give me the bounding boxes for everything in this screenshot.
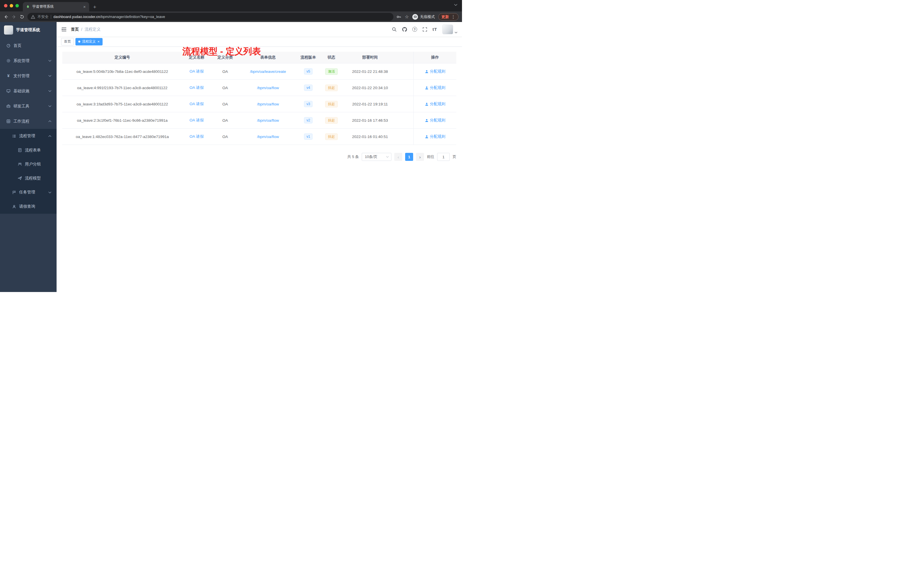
browser-toolbar: 不安全 dashboard.yudao.iocoder.cn/bpm/manag… [0, 12, 462, 22]
sidebar-item-process-model[interactable]: 流程模型 [0, 171, 56, 185]
sidebar-item-process-management[interactable]: 流程管理 [0, 129, 56, 143]
browser-update-chip[interactable]: 更新 ⋮ [438, 13, 459, 21]
next-page-button[interactable]: › [416, 153, 424, 161]
monitor-icon [6, 89, 11, 93]
sidebar-item-process-form[interactable]: 流程表单 [0, 143, 56, 157]
column-header: 部署时间 [343, 55, 397, 60]
form-info-link[interactable]: /bpm/oa/leave/create [250, 69, 286, 74]
bookmark-star-icon[interactable]: ☆ [405, 15, 409, 19]
form-info-link[interactable]: /bpm/oa/flow [257, 135, 279, 139]
help-icon[interactable]: ? [412, 27, 417, 32]
pagination-total: 共 5 条 [347, 154, 359, 159]
sidebar-item-home[interactable]: 首页 [0, 38, 56, 53]
list-icon [12, 134, 16, 138]
close-window-button[interactable] [4, 4, 7, 7]
sidebar: 芋道管理系统 首页 系统管理 ¥ 支付管理 [0, 22, 56, 292]
tag-label: 流程定义 [82, 39, 96, 44]
column-header: 操作 [413, 52, 456, 63]
browser-menu-icon[interactable]: ⋮ [451, 15, 455, 19]
sidebar-item-task-management[interactable]: 任务管理 [0, 185, 56, 200]
definition-category: OA [211, 102, 239, 106]
definition-name-link[interactable]: OA 请假 [190, 118, 204, 122]
tab-search-chevron-icon[interactable] [454, 4, 457, 6]
user-avatar-menu[interactable] [442, 25, 457, 34]
sidebar-item-dev-tools[interactable]: 研发工具 [0, 99, 56, 114]
url-text[interactable]: dashboard.yudao.iocoder.cn/bpm/manager/d… [53, 15, 165, 19]
goto-prefix: 前往 [427, 154, 434, 159]
definition-name-link[interactable]: OA 请假 [190, 69, 204, 73]
security-label[interactable]: 不安全 [38, 14, 49, 20]
definition-id: oa_leave:1:482ec033-762a-11ec-8477-a2380… [62, 135, 182, 139]
status-badge: 挂起 [325, 101, 338, 107]
sidebar-item-label: 任务管理 [19, 190, 35, 195]
definition-id: oa_leave:3:1fad3d93-7b75-11ec-a3c8-acde4… [62, 102, 182, 106]
tab-close-icon[interactable]: × [82, 5, 86, 9]
address-bar[interactable]: 不安全 dashboard.yudao.iocoder.cn/bpm/manag… [27, 13, 393, 21]
sidebar-item-user-group[interactable]: 用户分组 [0, 157, 56, 171]
assign-rule-link[interactable]: 分配规则 [425, 85, 446, 90]
forward-button[interactable] [12, 14, 16, 20]
column-header: 状态 [320, 55, 343, 60]
sidebar-item-label: 研发工具 [13, 104, 30, 109]
password-key-icon[interactable] [396, 14, 401, 20]
assign-rule-label: 分配规则 [430, 85, 446, 90]
sidebar-item-label: 支付管理 [13, 73, 30, 79]
site-favicon-icon [26, 5, 30, 9]
definition-name-link[interactable]: OA 请假 [190, 86, 204, 90]
window-controls [0, 4, 23, 7]
page-size-select[interactable]: 10条/页 [362, 153, 391, 161]
form-info-link[interactable]: /bpm/oa/flow [257, 102, 279, 106]
definition-name-link[interactable]: OA 请假 [190, 102, 204, 106]
new-tab-button[interactable]: + [93, 4, 96, 10]
font-size-icon[interactable]: tT [432, 27, 437, 32]
assign-rule-link[interactable]: 分配规则 [425, 69, 446, 74]
url-path: /bpm/manager/definition?key=oa_leave [100, 15, 165, 19]
version-badge: v3 [304, 101, 313, 107]
active-tag-dot [78, 41, 80, 43]
version-badge: v1 [304, 134, 313, 140]
assign-rule-link[interactable]: 分配规则 [425, 101, 446, 107]
table-row: oa_leave:5:004b710b-7b8a-11ec-8ef0-acde4… [62, 63, 456, 80]
goto-page-input[interactable] [437, 153, 450, 161]
page-number-button[interactable]: 1 [405, 153, 413, 161]
prev-page-button[interactable]: ‹ [394, 153, 402, 161]
tag-close-icon[interactable]: × [97, 40, 100, 43]
column-header: 定义编号 [62, 55, 182, 60]
sidebar-item-leave-query[interactable]: 请假查询 [0, 200, 56, 214]
browser-tab[interactable]: 芋道管理系统 × [23, 2, 89, 12]
assign-rule-label: 分配规则 [430, 69, 446, 74]
status-badge: 挂起 [325, 117, 338, 124]
tag-home[interactable]: 首页 [61, 38, 74, 45]
breadcrumb-home[interactable]: 首页 [71, 27, 79, 32]
assign-rule-label: 分配规则 [430, 134, 446, 139]
zoom-window-button[interactable] [15, 4, 19, 7]
assign-rule-link[interactable]: 分配规则 [425, 118, 446, 123]
github-icon[interactable] [402, 27, 407, 32]
search-icon[interactable] [392, 27, 397, 32]
sidebar-item-infrastructure[interactable]: 基础设施 [0, 83, 56, 99]
avatar[interactable] [442, 25, 453, 34]
back-button[interactable] [3, 14, 8, 20]
chevron-down-icon [386, 156, 389, 158]
flag-icon [12, 190, 16, 195]
status-badge: 挂起 [325, 84, 338, 91]
sidebar-collapse-icon[interactable] [61, 26, 67, 32]
definition-name-link[interactable]: OA 请假 [190, 134, 204, 139]
users-icon [18, 162, 22, 166]
fullscreen-icon[interactable] [422, 27, 427, 32]
definition-category: OA [211, 135, 239, 139]
minimize-window-button[interactable] [10, 4, 13, 7]
version-badge: v4 [304, 84, 313, 91]
reload-button[interactable] [20, 14, 25, 20]
form-info-link[interactable]: /bpm/oa/flow [257, 118, 279, 122]
tag-process-definition[interactable]: 流程定义 × [76, 38, 102, 45]
table-row: oa_leave:3:1fad3d93-7b75-11ec-a3c8-acde4… [62, 96, 456, 112]
assign-rule-link[interactable]: 分配规则 [425, 134, 446, 139]
sidebar-item-system[interactable]: 系统管理 [0, 53, 56, 68]
app-logo-row[interactable]: 芋道管理系统 [0, 22, 56, 38]
sidebar-item-payment[interactable]: ¥ 支付管理 [0, 68, 56, 83]
sidebar-item-workflow[interactable]: 工作流程 [0, 114, 56, 129]
tags-view: 首页 流程定义 × [56, 37, 462, 46]
form-info-link[interactable]: /bpm/oa/flow [257, 86, 279, 90]
user-icon [425, 135, 429, 139]
